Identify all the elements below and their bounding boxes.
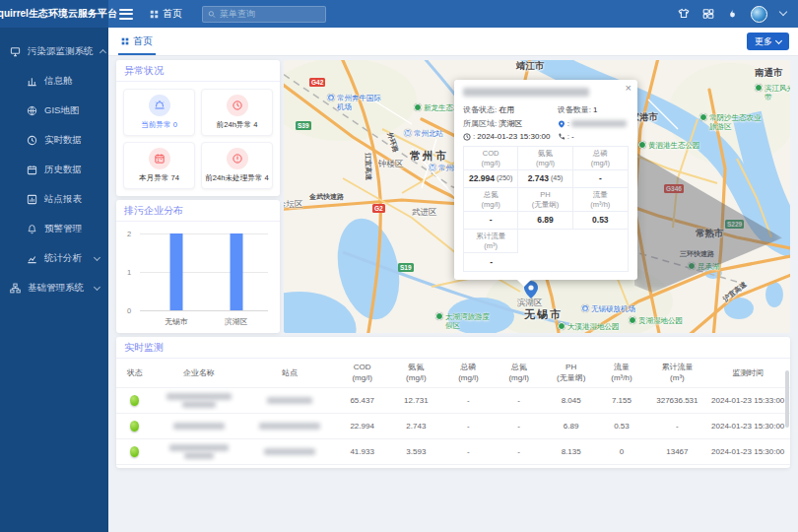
bar-chart: 2 1 0 无锡市 滨湖区 xyxy=(140,233,270,310)
map-canvas[interactable]: G42 G2 G346 S39 S48 S58 S19 S229 靖江市 南通市… xyxy=(284,60,790,333)
park-icon xyxy=(699,113,707,121)
map-label-park: 贡湖湿地公园 xyxy=(638,316,683,326)
map-label-transit: 常州北站 xyxy=(414,129,443,139)
flame-icon[interactable] xyxy=(727,8,738,20)
app-root: Squirrel生态环境云服务平台 首页 污染源监测系统 信息舱 xyxy=(0,0,798,532)
park-icon xyxy=(638,141,646,149)
site-name-redacted xyxy=(244,397,335,404)
calendar-icon xyxy=(149,148,170,169)
monitor-system-icon xyxy=(10,46,21,57)
layout-icon[interactable] xyxy=(702,8,714,20)
more-button[interactable]: 更多 xyxy=(747,33,789,50)
home-grid-icon xyxy=(150,10,159,19)
search-input[interactable] xyxy=(220,9,320,19)
y-tick: 2 xyxy=(127,230,131,238)
sidebar-item-base-system[interactable]: 基础管理系统 xyxy=(0,273,108,302)
device-info-popup: × 设备状态: 在用 设备数量: 1 所属区域: 滨湖区 : : 2024-01… xyxy=(454,80,637,280)
more-button-label: 更多 xyxy=(755,35,772,48)
map-label-road: 金武快速路 xyxy=(309,192,344,202)
popup-arrow xyxy=(517,280,531,287)
map-label-district: 滨湖区 xyxy=(517,298,543,309)
park-icon xyxy=(435,312,443,320)
stat-label: 前24h异常 xyxy=(217,120,251,129)
menu-toggle-icon[interactable] xyxy=(119,9,133,20)
region-value: 滨湖区 xyxy=(499,118,522,129)
device-status-label: 设备状态: xyxy=(463,104,497,115)
sidebar-item-gis-map[interactable]: GIS地图 xyxy=(0,96,108,125)
table-row[interactable]: 41.933 3.593 - - 8.135 0 13467 2024-01-2… xyxy=(116,439,790,465)
station-icon: M xyxy=(429,164,436,171)
sidebar-item-label: 统计分析 xyxy=(44,252,82,265)
app-logo: Squirrel生态环境云服务平台 xyxy=(0,0,108,28)
map-label-district: 金坛区 xyxy=(284,199,303,211)
status-dot-green xyxy=(130,421,139,432)
topbar-actions xyxy=(678,6,798,23)
abnormal-status-card: 异常状况 当前异常 0 前24h异常 4 本月异常 74 前24h未处理异常 4 xyxy=(116,60,280,196)
park-icon xyxy=(629,316,636,324)
sidebar-item-site-report[interactable]: 站点报表 xyxy=(0,184,108,214)
sidebar-item-label: GIS地图 xyxy=(44,104,79,117)
gridline xyxy=(140,233,268,234)
stat-label: 当前异常 xyxy=(141,120,170,129)
info-dashboard-icon xyxy=(27,76,37,87)
airport-icon: ✈ xyxy=(581,304,589,312)
popup-info-grid: 设备状态: 在用 设备数量: 1 所属区域: 滨湖区 : : 2024-01-2… xyxy=(463,104,629,141)
sidebar-item-label: 污染源监测系统 xyxy=(28,45,94,58)
realtime-monitor-card: 实时监测 状态 企业名称 站点 COD(mg/l) 氨氮(mg/l) 总磷(mg… xyxy=(116,337,790,468)
scrollbar-thumb[interactable] xyxy=(785,370,789,428)
sidebar-item-label: 基础管理系统 xyxy=(28,282,84,295)
sidebar-item-alert-manage[interactable]: 预警管理 xyxy=(0,214,108,243)
table-row[interactable]: 65.437 12.731 - - 8.045 7.155 327636.531… xyxy=(116,388,790,414)
stat-unhandled-abnormal[interactable]: 前24h未处理异常 4 xyxy=(201,142,273,189)
alarm-icon xyxy=(149,95,170,116)
device-count-value: 1 xyxy=(593,105,597,114)
road-badge: S19 xyxy=(398,263,414,272)
avatar[interactable] xyxy=(751,6,767,23)
stat-current-abnormal[interactable]: 当前异常 0 xyxy=(123,89,195,136)
airport-icon: ✈ xyxy=(327,94,335,101)
y-tick: 1 xyxy=(127,268,131,277)
map-label-city: 常州市 xyxy=(410,149,448,164)
x-label: 无锡市 xyxy=(165,316,187,327)
map-label-park: 太湖湾旅游度假区 xyxy=(445,312,493,330)
station-icon: M xyxy=(404,129,412,137)
sidebar-item-info-cabin[interactable]: 信息舱 xyxy=(0,66,108,96)
chevron-down-icon xyxy=(94,253,100,260)
region-label: 所属区域: xyxy=(463,118,497,129)
site-name-redacted xyxy=(244,423,335,430)
road-badge: G2 xyxy=(372,204,385,213)
sidebar-item-pollution-system[interactable]: 污染源监测系统 xyxy=(0,36,108,66)
sidebar-item-history-data[interactable]: 历史数据 xyxy=(0,155,108,184)
base-system-icon xyxy=(10,283,21,294)
table-row[interactable]: 22.994 2.743 - - 6.89 0.53 - 2024-01-23 … xyxy=(116,414,790,439)
tab-home[interactable]: 首页 xyxy=(118,28,156,55)
map-label-road: 江宜高速 xyxy=(363,153,373,180)
bar-binhu xyxy=(230,233,242,310)
history-data-icon xyxy=(27,165,37,175)
stat-value: 74 xyxy=(171,173,179,182)
sidebar-item-stats-analysis[interactable]: 统计分析 xyxy=(0,243,108,273)
x-axis xyxy=(140,310,268,311)
road-badge: S39 xyxy=(296,121,311,130)
y-tick: 0 xyxy=(127,306,131,315)
tab-home-label: 首页 xyxy=(133,34,153,48)
park-icon xyxy=(755,84,763,92)
device-count-label: 设备数量: xyxy=(558,104,591,115)
topbar: Squirrel生态环境云服务平台 首页 xyxy=(0,0,798,28)
address-redacted xyxy=(571,120,627,127)
chevron-down-icon[interactable] xyxy=(779,8,787,16)
table-header-row: 状态 企业名称 站点 COD(mg/l) 氨氮(mg/l) 总磷(mg/l) 总… xyxy=(116,359,790,388)
stat-label: 前24h未处理异常 xyxy=(205,173,262,182)
tab-home-icon xyxy=(121,37,129,45)
menu-search xyxy=(202,6,326,23)
stat-24h-abnormal[interactable]: 前24h异常 4 xyxy=(201,89,273,136)
stat-value: 4 xyxy=(253,120,257,129)
sidebar-item-realtime-data[interactable]: 实时数据 xyxy=(0,125,108,155)
site-name-redacted xyxy=(244,448,335,455)
stat-month-abnormal[interactable]: 本月异常 74 xyxy=(123,142,195,189)
close-icon[interactable]: × xyxy=(626,82,632,94)
chevron-down-icon xyxy=(775,36,782,43)
skin-icon[interactable] xyxy=(678,8,690,20)
nav-home[interactable]: 首页 xyxy=(150,7,182,21)
status-dot-green xyxy=(130,395,139,406)
